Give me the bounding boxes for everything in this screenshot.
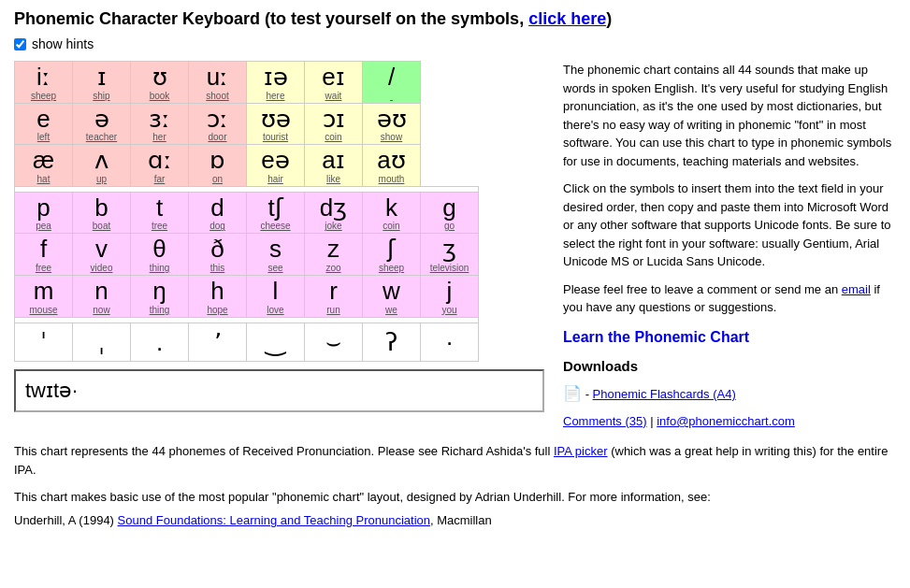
- keyboard-section: iːsheep ɪship ʊbook uːshoot ɪəhere eɪwai…: [14, 61, 544, 431]
- click-here-link[interactable]: click here: [528, 9, 606, 28]
- key-zh[interactable]: ʒtelevision: [421, 234, 479, 276]
- bottom-p3: Underhill, A (1994) Sound Foundations: L…: [14, 511, 896, 531]
- key-dzh[interactable]: dʒjoke: [305, 192, 363, 234]
- key-k[interactable]: kcoin: [363, 192, 421, 234]
- key-glottal[interactable]: ʔ: [363, 323, 421, 362]
- info-p1: The phonemic chart contains all 44 sound…: [563, 61, 896, 170]
- consonant-row-1: ppea bboat ttree ddog tʃcheese dʒjoke kc…: [15, 192, 479, 234]
- email-address-link[interactable]: info@phonemicchart.com: [657, 414, 795, 428]
- key-i[interactable]: ɪship: [73, 62, 131, 104]
- key-r[interactable]: rrun: [305, 275, 363, 317]
- key-theta[interactable]: θthing: [131, 234, 189, 276]
- key-ia[interactable]: ɪəhere: [247, 62, 305, 104]
- vowel-row-1: iːsheep ɪship ʊbook uːshoot ɪəhere eɪwai…: [15, 62, 479, 104]
- learn-phonemic-chart-link[interactable]: Learn the Phonemic Chart: [563, 326, 896, 349]
- email-link[interactable]: email: [842, 282, 871, 296]
- key-b[interactable]: bboat: [73, 192, 131, 234]
- footer-links: Comments (35) | info@phonemicchart.com: [563, 412, 896, 431]
- key-wedge[interactable]: ʌup: [73, 145, 131, 187]
- key-n[interactable]: nnow: [73, 275, 131, 317]
- bottom-p2: This chart makes basic use of the most p…: [14, 488, 896, 508]
- key-slash[interactable]: /: [363, 62, 421, 104]
- info-section: The phonemic chart contains all 44 sound…: [563, 61, 896, 431]
- key-breve[interactable]: ⌣: [305, 323, 363, 362]
- key-ae[interactable]: æhat: [15, 145, 73, 187]
- key-upsilon[interactable]: ʊbook: [131, 62, 189, 104]
- key-oi[interactable]: ɔɪcoin: [305, 103, 363, 145]
- key-ng[interactable]: ŋthing: [131, 275, 189, 317]
- hints-row: show hints: [14, 36, 896, 51]
- key-eth[interactable]: ðthis: [189, 234, 247, 276]
- bottom-text: This chart represents the 44 phonemes of…: [14, 442, 896, 531]
- key-ea[interactable]: eəhair: [247, 145, 305, 187]
- consonant-row-3: mmouse nnow ŋthing hhope llove rrun wwe …: [15, 275, 479, 317]
- key-ei[interactable]: eɪwait: [305, 62, 363, 104]
- bottom-p1: This chart represents the 44 phonemes of…: [14, 442, 896, 481]
- key-uu[interactable]: uːshoot: [189, 62, 247, 104]
- key-m[interactable]: mmouse: [15, 275, 73, 317]
- key-au[interactable]: əʊshow: [363, 103, 421, 145]
- key-z[interactable]: zzoo: [305, 234, 363, 276]
- phonemic-text-input[interactable]: [14, 369, 544, 412]
- key-ua[interactable]: ʊətourist: [247, 103, 305, 145]
- show-hints-checkbox[interactable]: [14, 38, 26, 50]
- pdf-download-row: 📄 - Phonemic Flashcards (A4): [563, 382, 896, 405]
- key-secondary-stress[interactable]: ˌ: [73, 323, 131, 362]
- key-j[interactable]: jyou: [421, 275, 479, 317]
- info-p2: Click on the symbols to insert them into…: [563, 179, 896, 271]
- key-aw[interactable]: aʊmouth: [363, 145, 421, 187]
- phonemic-keyboard: iːsheep ɪship ʊbook uːshoot ɪəhere eɪwai…: [14, 61, 479, 362]
- key-aa[interactable]: ɑːfar: [131, 145, 189, 187]
- hints-label: show hints: [32, 36, 94, 51]
- key-sh[interactable]: ʃsheep: [363, 234, 421, 276]
- key-p[interactable]: ppea: [15, 192, 73, 234]
- sound-foundations-link[interactable]: Sound Foundations: Learning and Teaching…: [118, 513, 430, 527]
- downloads-label: Downloads: [563, 356, 896, 378]
- key-e[interactable]: eleft: [15, 103, 73, 145]
- key-w[interactable]: wwe: [363, 275, 421, 317]
- key-g[interactable]: ggo: [421, 192, 479, 234]
- consonant-row-2: ffree vvideo θthing ðthis ssee zzoo ʃshe…: [15, 234, 479, 276]
- key-v[interactable]: vvideo: [73, 234, 131, 276]
- key-schwa[interactable]: əteacher: [73, 103, 131, 145]
- flashcards-link[interactable]: Phonemic Flashcards (A4): [593, 387, 736, 401]
- key-t[interactable]: ttree: [131, 192, 189, 234]
- vowel-row-3: æhat ʌup ɑːfar ɒon eəhair aɪlike aʊmouth: [15, 145, 479, 187]
- comments-link[interactable]: Comments (35): [563, 414, 647, 428]
- page-title: Phonemic Character Keyboard (to test you…: [14, 9, 896, 29]
- key-d[interactable]: ddog: [189, 192, 247, 234]
- vowel-row-2: eleft əteacher ɜːher ɔːdoor ʊətourist ɔɪ…: [15, 103, 479, 145]
- key-primary-stress[interactable]: ˈ: [15, 323, 73, 362]
- key-f[interactable]: ffree: [15, 234, 73, 276]
- pdf-icon: 📄: [563, 385, 582, 401]
- key-oo[interactable]: ɔːdoor: [189, 103, 247, 145]
- key-tie[interactable]: ‿: [247, 323, 305, 362]
- key-middle-dot[interactable]: ·: [421, 323, 479, 362]
- special-row: ˈ ˌ . ʼ ‿ ⌣ ʔ ·: [15, 323, 479, 362]
- key-h[interactable]: hhope: [189, 275, 247, 317]
- key-ii[interactable]: iːsheep: [15, 62, 73, 104]
- key-apostrophe[interactable]: ʼ: [189, 323, 247, 362]
- key-period[interactable]: .: [131, 323, 189, 362]
- info-p3: Please feel free to leave a comment or s…: [563, 280, 896, 317]
- key-l[interactable]: llove: [247, 275, 305, 317]
- key-tsh[interactable]: tʃcheese: [247, 192, 305, 234]
- text-field-row: [14, 369, 544, 412]
- ipa-picker-link[interactable]: IPA picker: [554, 444, 608, 458]
- key-o[interactable]: ɒon: [189, 145, 247, 187]
- key-s[interactable]: ssee: [247, 234, 305, 276]
- key-open-mid[interactable]: ɜːher: [131, 103, 189, 145]
- key-ai[interactable]: aɪlike: [305, 145, 363, 187]
